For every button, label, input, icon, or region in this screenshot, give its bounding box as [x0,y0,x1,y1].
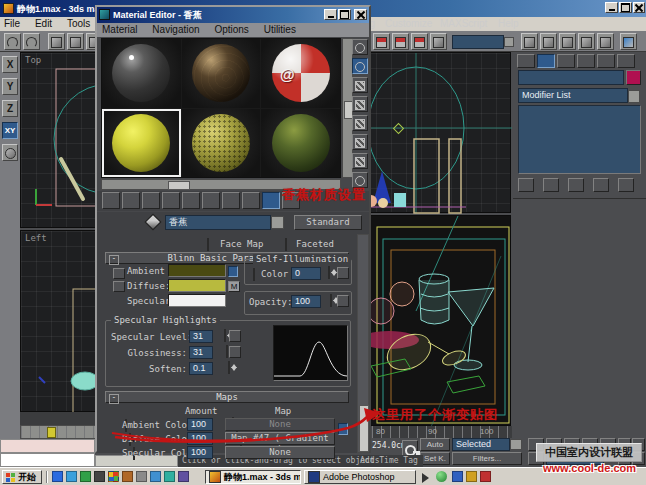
snap-toggle-icon[interactable] [373,33,390,50]
me-close-icon[interactable] [354,9,367,20]
sample-slot-banana-selected[interactable] [102,109,181,178]
restore-icon[interactable] [619,2,632,13]
si-color-value[interactable]: 0 [291,267,321,280]
volume-icon[interactable] [422,473,434,483]
material-name-dropdown[interactable]: 香蕉 [165,215,271,230]
schematic-view-icon[interactable] [597,33,614,50]
add-time-tag[interactable]: Add Time Tag [360,456,418,465]
tray-icon-3[interactable] [480,471,491,482]
show-map-in-viewport-icon[interactable] [242,192,260,209]
selection-filter-dropdown[interactable]: Selected [452,438,510,451]
menu-help[interactable]: Help [498,18,519,29]
material-effects-icon[interactable] [222,192,240,209]
video-color-check-icon[interactable] [352,115,368,131]
sample-uv-tiling-icon[interactable] [352,96,368,112]
task-button-photoshop[interactable]: Adobe Photoshop [304,470,416,484]
me-menu-material[interactable]: Material [102,24,138,35]
quicklaunch-ie-icon[interactable] [52,471,63,482]
assign-material-icon[interactable] [142,192,160,209]
material-type-button[interactable]: Standard [294,215,362,230]
motion-tab-icon[interactable] [577,54,595,68]
hierarchy-tab-icon[interactable] [557,54,575,68]
object-name-field[interactable] [518,70,624,85]
quicklaunch-explorer-icon[interactable] [136,471,147,482]
object-color-swatch[interactable] [626,70,641,85]
material-name-dropdown-icon[interactable] [271,216,284,229]
collapse-icon[interactable]: - [109,255,119,265]
diffuse-color-swatch[interactable] [168,279,226,292]
axis-z-button[interactable]: Z [2,100,18,117]
glossiness-map-button[interactable] [229,346,241,358]
opacity-map-button[interactable] [337,295,349,307]
modify-tab-icon[interactable] [537,54,555,68]
select-link-icon[interactable] [48,33,65,50]
si-spinner[interactable] [328,266,330,279]
curve-editor-icon[interactable] [578,33,595,50]
me-restore-icon[interactable] [338,9,351,20]
named-selection-field[interactable] [452,35,504,49]
axis-y-button[interactable]: Y [2,78,18,95]
specular-map-button[interactable]: None [225,446,335,459]
put-material-icon[interactable] [122,192,140,209]
axis-x-button[interactable]: X [2,56,18,73]
show-end-result-me-icon[interactable] [262,192,280,209]
minimize-icon[interactable] [605,2,618,13]
tray-icon-1[interactable] [452,471,463,482]
quicklaunch-media-icon[interactable] [108,471,119,482]
me-menu-options[interactable]: Options [214,24,248,35]
get-material-icon[interactable] [102,192,120,209]
remove-modifier-icon[interactable] [593,178,609,192]
put-to-library-icon[interactable] [202,192,220,209]
background-icon[interactable] [352,77,368,93]
configure-stack-icon[interactable] [618,178,634,192]
start-button[interactable]: 开始 [2,470,42,484]
specular-level-value[interactable]: 31 [189,330,213,343]
layer-manager-icon[interactable] [559,33,576,50]
mirror-icon[interactable] [521,33,538,50]
quicklaunch-acdsee-icon[interactable] [178,471,189,482]
maps-lock-icon[interactable] [338,423,348,435]
make-unique-material-icon[interactable] [182,192,200,209]
sample-slot-cracked[interactable] [182,39,261,108]
sample-type-icon[interactable] [352,39,368,55]
sample-slot-glass[interactable] [102,39,181,108]
specular-color-swatch[interactable] [168,294,226,307]
show-end-result-icon[interactable] [543,178,559,192]
ambient-color-swatch[interactable] [168,264,226,277]
sample-slot-olive[interactable] [182,109,261,178]
modifier-list-dropdown-icon[interactable] [628,90,640,103]
diffuse-map-button[interactable]: Map #47 ( Gradient ) [225,432,335,445]
quicklaunch-messenger-icon[interactable] [150,471,161,482]
me-minimize-icon[interactable] [324,9,337,20]
menu-tools[interactable]: Tools [67,18,90,29]
ambient-map-amount[interactable]: 100 [187,418,213,431]
quicklaunch-mail-icon[interactable] [122,471,133,482]
diffuse-map-amount[interactable]: 100 [187,432,213,445]
reset-map-icon[interactable] [162,192,180,209]
maxscript-listener-pink[interactable] [0,439,95,453]
quicklaunch-winamp-icon[interactable] [164,471,175,482]
selection-filter-dropdown-icon[interactable] [510,439,522,450]
quicklaunch-photoshop-icon[interactable] [94,471,105,482]
pick-material-eyedropper-icon[interactable] [145,214,162,231]
create-tab-icon[interactable] [517,54,535,68]
angle-snap-icon[interactable] [392,33,409,50]
backlight-icon[interactable] [352,58,368,74]
task-button-3dsmax[interactable]: 静物1.max - 3ds m... [205,470,301,484]
si-map-button[interactable] [337,267,349,279]
ambient-map-button[interactable]: None [225,418,335,431]
specular-level-spinner[interactable] [224,329,226,342]
specular-level-map-button[interactable] [229,330,241,342]
options-icon[interactable] [352,153,368,169]
maps-rollout-header[interactable]: - Maps [105,391,349,403]
time-slider-handle[interactable] [47,427,56,438]
percent-snap-icon[interactable] [411,33,428,50]
spinner-snap-icon[interactable] [430,33,447,50]
menu-file[interactable]: File [4,18,20,29]
modifier-list-dropdown[interactable]: Modifier List [518,88,628,103]
soften-spinner[interactable] [228,361,230,374]
display-tab-icon[interactable] [597,54,615,68]
sample-slot-checker[interactable]: @ [261,39,340,108]
specular-map-amount[interactable]: 100 [187,446,213,459]
utilities-tab-icon[interactable] [617,54,635,68]
